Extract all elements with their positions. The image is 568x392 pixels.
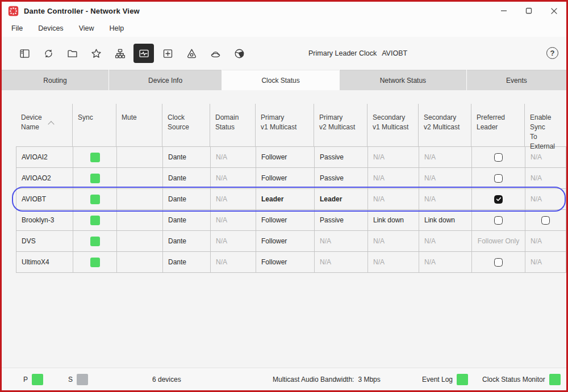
col-header-domain-status[interactable]: DomainStatus — [210, 104, 256, 146]
event-log-status[interactable]: Event Log — [422, 368, 468, 391]
table-header: DeviceNameSyncMuteClockSourceDomainStatu… — [16, 104, 566, 146]
primary-leader-clock-label: Primary Leader Clock — [308, 49, 377, 57]
cell-preferred-leader: Follower Only — [472, 231, 525, 251]
cell-preferred-leader[interactable] — [472, 210, 525, 230]
cell-preferred-leader[interactable] — [472, 189, 525, 209]
cell-primary-v2-multicast: N/A — [315, 252, 368, 272]
clock-status-monitor[interactable]: Clock Status Monitor — [482, 368, 561, 391]
table-row-brooklyn-3[interactable]: Brooklyn-3DanteN/AFollowerPassiveLink do… — [16, 210, 566, 231]
tab-events[interactable]: Events — [467, 70, 566, 90]
cell-primary-v1-multicast: Leader — [256, 189, 315, 209]
close-icon[interactable] — [541, 2, 566, 20]
preferred-leader-checkbox[interactable] — [494, 258, 503, 267]
cell-enable-sync-to-external: N/A — [525, 168, 566, 188]
cell-secondary-v1-multicast: Link down — [368, 210, 419, 230]
col-header-primary-v2-multicast[interactable]: Primaryv2 Multicast — [314, 104, 367, 146]
web-icon[interactable] — [229, 44, 249, 63]
maximize-icon[interactable] — [516, 2, 541, 20]
cell-secondary-v1-multicast: N/A — [368, 189, 419, 209]
window-controls — [491, 2, 566, 20]
cell-mute — [117, 189, 163, 209]
preferred-leader-checkbox[interactable] — [494, 174, 503, 183]
col-header-sync[interactable]: Sync — [73, 104, 116, 146]
menu-view[interactable]: View — [79, 24, 94, 32]
table-row-ultimox4[interactable]: UltimoX4DanteN/AFollowerN/AN/AN/AN/A — [16, 252, 566, 273]
col-header-mute[interactable]: Mute — [116, 104, 162, 146]
tab-device-info[interactable]: Device Info — [109, 70, 222, 90]
aes67-icon[interactable] — [181, 44, 202, 63]
col-header-device-name[interactable]: DeviceName — [16, 104, 73, 146]
table-row-dvs[interactable]: DVSDanteN/AFollowerN/AN/AN/AFollower Onl… — [16, 231, 566, 252]
primary-leader-clock-value: AVIOBT — [382, 49, 407, 57]
minimize-icon[interactable] — [491, 2, 516, 20]
tab-network-status[interactable]: Network Status — [340, 70, 466, 90]
cell-secondary-v1-multicast: N/A — [368, 252, 419, 272]
cell-secondary-v1-multicast: N/A — [368, 168, 419, 188]
folder-icon[interactable] — [62, 44, 82, 63]
cell-sync — [73, 168, 117, 188]
cell-preferred-leader[interactable] — [472, 147, 525, 167]
add-device-icon[interactable] — [157, 44, 178, 63]
col-header-preferred-leader[interactable]: PreferredLeader — [471, 104, 525, 146]
preferred-leader-checkbox[interactable] — [494, 195, 503, 204]
table-row-avioai2[interactable]: AVIOAI2DanteN/AFollowerPassiveN/AN/AN/A — [16, 147, 566, 168]
enable-sync-to-external-checkbox[interactable] — [541, 216, 550, 225]
cell-primary-v2-multicast: Passive — [315, 147, 368, 167]
cell-primary-v2-multicast: Passive — [315, 168, 368, 188]
cell-domain-status: N/A — [211, 147, 256, 167]
col-header-enable-sync-to-external[interactable]: Enable SyncTo External — [525, 104, 565, 146]
sync-ok-indicator — [90, 195, 100, 204]
cell-secondary-v2-multicast: N/A — [419, 189, 472, 209]
clock-status-icon[interactable] — [133, 44, 154, 63]
tab-bar: RoutingDevice InfoClock StatusNetwork St… — [2, 70, 566, 90]
col-header-primary-v1-multicast[interactable]: Primaryv1 Multicast — [256, 104, 314, 146]
cell-clock-source: Dante — [163, 210, 211, 230]
cell-mute — [117, 210, 163, 230]
device-count: 6 devices — [152, 368, 181, 391]
cell-clock-source: Dante — [163, 147, 211, 167]
device-tree-icon[interactable] — [110, 44, 130, 63]
table-row-avioao2[interactable]: AVIOAO2DanteN/AFollowerPassiveN/AN/AN/A — [16, 168, 566, 189]
title-bar: Dante Controller - Network View — [2, 2, 566, 20]
cell-primary-v2-multicast: N/A — [315, 231, 368, 251]
cell-sync — [73, 147, 117, 167]
cell-sync — [73, 252, 117, 272]
event-log-label: Event Log — [422, 376, 453, 383]
menu-file[interactable]: File — [11, 24, 23, 32]
menu-help[interactable]: Help — [110, 24, 124, 32]
cell-domain-status: N/A — [211, 231, 256, 251]
domains-icon[interactable] — [205, 44, 225, 63]
tab-clock-status[interactable]: Clock Status — [222, 70, 339, 90]
cell-mute — [117, 231, 163, 251]
cell-device-name: Brooklyn-3 — [16, 210, 73, 230]
help-icon[interactable]: ? — [546, 47, 558, 59]
cell-device-name: AVIOBT — [16, 189, 73, 209]
cell-sync — [73, 231, 117, 251]
cell-device-name: UltimoX4 — [16, 252, 73, 272]
star-icon[interactable] — [86, 44, 106, 63]
menu-devices[interactable]: Devices — [38, 24, 63, 32]
cell-preferred-leader[interactable] — [472, 168, 525, 188]
cell-clock-source: Dante — [163, 231, 211, 251]
tab-routing[interactable]: Routing — [2, 70, 108, 90]
refresh-icon[interactable] — [38, 44, 59, 63]
col-header-clock-source[interactable]: ClockSource — [162, 104, 210, 146]
clock-status-monitor-label: Clock Status Monitor — [482, 376, 545, 383]
cell-enable-sync-to-external[interactable] — [525, 210, 566, 230]
preferred-leader-checkbox[interactable] — [494, 153, 503, 162]
cell-sync — [73, 210, 117, 230]
sync-ok-indicator — [90, 237, 100, 246]
cell-primary-v2-multicast: Leader — [315, 189, 368, 209]
col-header-secondary-v2-multicast[interactable]: Secondaryv2 Multicast — [419, 104, 471, 146]
sync-ok-indicator — [90, 216, 100, 225]
primary-network-indicator — [32, 374, 43, 385]
table-row-aviobt[interactable]: AVIOBTDanteN/ALeaderLeaderN/AN/AN/A — [16, 189, 566, 210]
cell-primary-v1-multicast: Follower — [256, 231, 315, 251]
cell-preferred-leader[interactable] — [472, 252, 525, 272]
cell-domain-status: N/A — [211, 168, 256, 188]
preferred-leader-checkbox[interactable] — [494, 216, 503, 225]
cell-secondary-v2-multicast: N/A — [419, 231, 472, 251]
col-header-secondary-v1-multicast[interactable]: Secondaryv1 Multicast — [367, 104, 419, 146]
panel-toggle-icon[interactable] — [14, 44, 35, 63]
cell-sync — [73, 189, 117, 209]
